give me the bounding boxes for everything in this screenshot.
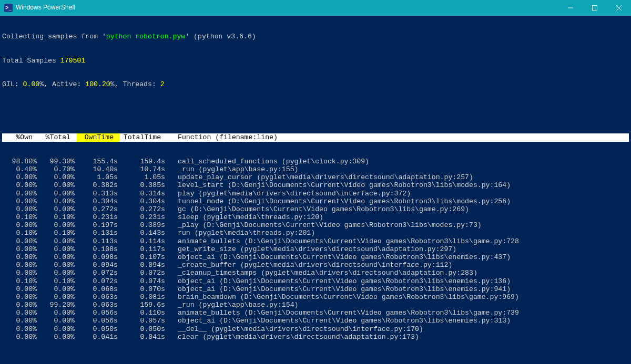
cell-owntime: 10.40s bbox=[77, 165, 120, 173]
cell-own: 0.00% bbox=[2, 173, 39, 181]
cell-owntime: 0.063s bbox=[77, 301, 120, 309]
cell-owntime: 0.108s bbox=[77, 245, 120, 253]
cell-owntime: 0.131s bbox=[77, 229, 120, 237]
cell-function: run (pyglet\media\threads.py:201) bbox=[167, 229, 629, 237]
table-row: 0.10%0.10%0.231s0.231ssleep (pyglet\medi… bbox=[2, 213, 629, 221]
total-samples-value: 170501 bbox=[60, 57, 85, 65]
cell-total: 0.00% bbox=[39, 269, 77, 277]
col-totaltime: TotalTime bbox=[120, 133, 167, 141]
cell-function: __del__ (pyglet\media\drivers\directsoun… bbox=[167, 325, 629, 333]
cell-function: gc (D:\Genji\Documents\Current\Video gam… bbox=[167, 205, 629, 213]
cell-function: sleep (pyglet\media\threads.py:120) bbox=[167, 213, 629, 221]
col-function: Function (filename:line) bbox=[167, 133, 629, 141]
col-total: %Total bbox=[39, 133, 77, 141]
table-row: 0.00%0.00%1.05s1.05supdate_play_cursor (… bbox=[2, 173, 629, 181]
profile-table: %Own %Total OwnTime TotalTime Function (… bbox=[2, 118, 629, 357]
cell-own: 0.00% bbox=[2, 197, 39, 205]
cell-owntime: 0.094s bbox=[77, 261, 120, 269]
titlebar[interactable]: >_ Windows PowerShell bbox=[0, 0, 631, 16]
table-header: %Own %Total OwnTime TotalTime Function (… bbox=[2, 133, 629, 141]
table-row: 0.10%0.10%0.131s0.143srun (pyglet\media\… bbox=[2, 229, 629, 237]
cell-total: 0.70% bbox=[39, 165, 77, 173]
cell-totaltime: 0.094s bbox=[120, 261, 167, 269]
active-value: 100.20 bbox=[85, 80, 110, 88]
gil-value: 0.00 bbox=[23, 80, 40, 88]
table-row: 0.00%0.00%0.197s0.389s_play (D:\Genji\Do… bbox=[2, 221, 629, 229]
cell-own: 0.00% bbox=[2, 325, 39, 333]
svg-rect-1 bbox=[593, 6, 597, 11]
col-owntime-sorted: OwnTime bbox=[77, 133, 120, 141]
table-row: 0.00%0.00%0.108s0.117sget_write_size (py… bbox=[2, 245, 629, 253]
cell-own: 0.40% bbox=[2, 165, 39, 173]
close-button[interactable] bbox=[607, 0, 631, 16]
cell-totaltime: 0.074s bbox=[120, 277, 167, 285]
window-title: Windows PowerShell bbox=[16, 4, 75, 12]
table-row: 98.80%99.30%155.4s159.4scall_scheduled_f… bbox=[2, 158, 629, 165]
cell-own: 0.00% bbox=[2, 253, 39, 261]
cell-owntime: 1.05s bbox=[77, 173, 120, 181]
maximize-button[interactable] bbox=[583, 0, 607, 16]
cell-own: 0.00% bbox=[2, 309, 39, 317]
cell-totaltime: 0.072s bbox=[120, 269, 167, 277]
cell-own: 0.10% bbox=[2, 213, 39, 221]
table-row: 0.00%0.00%0.072s0.072s_cleanup_timestamp… bbox=[2, 269, 629, 277]
table-row: 0.00%0.00%0.056s0.110sanimate_bullets (D… bbox=[2, 309, 629, 317]
cell-own: 0.00% bbox=[2, 261, 39, 269]
cell-own: 0.00% bbox=[2, 245, 39, 253]
cell-totaltime: 0.041s bbox=[120, 333, 167, 341]
cell-own: 0.00% bbox=[2, 269, 39, 277]
cell-total: 0.10% bbox=[39, 213, 77, 221]
cell-own: 0.00% bbox=[2, 181, 39, 189]
minimize-button[interactable] bbox=[558, 0, 583, 16]
cell-function: _run (pyglet\app\base.py:155) bbox=[167, 165, 629, 173]
cell-function: update_play_cursor (pyglet\media\drivers… bbox=[167, 173, 629, 181]
cell-owntime: 0.041s bbox=[77, 333, 120, 341]
cell-total: 0.00% bbox=[39, 205, 77, 213]
table-row: 0.00%99.20%0.063s159.6s_run (pyglet\app\… bbox=[2, 301, 629, 309]
cell-function: object_ai (D:\Genji\Documents\Current\Vi… bbox=[167, 317, 629, 325]
cell-function: object_ai (D:\Genji\Documents\Current\Vi… bbox=[167, 277, 629, 285]
cell-totaltime: 0.057s bbox=[120, 317, 167, 325]
cell-function: object_ai (D:\Genji\Documents\Current\Vi… bbox=[167, 253, 629, 261]
cell-total: 0.00% bbox=[39, 190, 77, 197]
cell-owntime: 0.313s bbox=[77, 190, 120, 197]
cell-total: 0.00% bbox=[39, 245, 77, 253]
terminal-body[interactable]: Collecting samples from 'python robotron… bbox=[0, 16, 631, 364]
threads-value: 2 bbox=[160, 80, 165, 88]
cell-function: _cleanup_timestamps (pyglet\media\driver… bbox=[167, 269, 629, 277]
cell-total: 0.10% bbox=[39, 229, 77, 237]
table-row: 0.10%0.10%0.072s0.074sobject_ai (D:\Genj… bbox=[2, 277, 629, 285]
cell-totaltime: 0.050s bbox=[120, 325, 167, 333]
cell-totaltime: 0.231s bbox=[120, 213, 167, 221]
cell-own: 0.00% bbox=[2, 237, 39, 245]
cell-total: 99.20% bbox=[39, 301, 77, 309]
cell-totaltime: 0.314s bbox=[120, 190, 167, 197]
cell-total: 0.00% bbox=[39, 333, 77, 341]
cell-total: 0.00% bbox=[39, 325, 77, 333]
cell-totaltime: 0.114s bbox=[120, 237, 167, 245]
cell-own: 0.00% bbox=[2, 285, 39, 293]
table-row: 0.00%0.00%0.098s0.107sobject_ai (D:\Genj… bbox=[2, 253, 629, 261]
cell-owntime: 0.113s bbox=[77, 237, 120, 245]
cell-own: 0.10% bbox=[2, 277, 39, 285]
cell-own: 0.00% bbox=[2, 293, 39, 301]
cell-own: 0.00% bbox=[2, 333, 39, 341]
table-row: 0.00%0.00%0.041s0.041sclear (pyglet\medi… bbox=[2, 333, 629, 341]
cell-function: animate_bullets (D:\Genji\Documents\Curr… bbox=[167, 237, 629, 245]
cell-totaltime: 0.117s bbox=[120, 245, 167, 253]
cell-totaltime: 0.110s bbox=[120, 309, 167, 317]
cell-owntime: 155.4s bbox=[77, 158, 120, 165]
titlebar-left: >_ Windows PowerShell bbox=[0, 4, 75, 12]
cell-owntime: 0.272s bbox=[77, 205, 120, 213]
cell-total: 0.00% bbox=[39, 197, 77, 205]
cell-totaltime: 0.272s bbox=[120, 205, 167, 213]
cell-total: 0.00% bbox=[39, 261, 77, 269]
cell-function: play (pyglet\media\drivers\directsound\i… bbox=[167, 190, 629, 197]
collecting-line: Collecting samples from 'python robotron… bbox=[2, 33, 629, 40]
cell-owntime: 0.050s bbox=[77, 325, 120, 333]
cell-function: brain_beamdown (D:\Genji\Documents\Curre… bbox=[167, 293, 629, 301]
table-row: 0.00%0.00%0.068s0.070sobject_ai (D:\Genj… bbox=[2, 285, 629, 293]
cell-total: 0.00% bbox=[39, 317, 77, 325]
cell-total: 0.00% bbox=[39, 293, 77, 301]
window-controls bbox=[558, 0, 631, 16]
